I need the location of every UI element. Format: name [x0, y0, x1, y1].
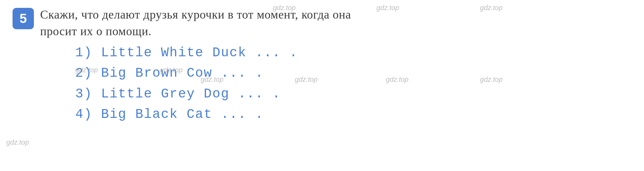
item-1-number: 1) — [75, 45, 101, 60]
watermark-10: gdz.top — [6, 138, 29, 146]
item-1-text: Little White Duck ... . — [101, 45, 298, 60]
watermark-1: gdz.top — [273, 4, 295, 12]
item-3-text: Little Grey Dog ... . — [101, 86, 281, 102]
watermark-8: gdz.top — [386, 75, 408, 84]
item-4-text: Big Black Cat ... . — [101, 107, 264, 122]
instruction-line2: просит их о помощи. — [40, 25, 152, 38]
items-list: 1) Little White Duck ... . 2) Big Brown … — [75, 43, 631, 124]
list-item: 1) Little White Duck ... . — [75, 43, 631, 63]
item-3-number: 3) — [75, 86, 101, 102]
item-4-number: 4) — [75, 107, 101, 122]
task-number-badge: 5 — [13, 8, 34, 29]
instruction-line1: Скажи, что делают друзья курочки в тот м… — [40, 8, 351, 21]
watermark-6: gdz.top — [201, 75, 223, 84]
list-item: 3) Little Grey Dog ... . — [75, 84, 631, 104]
list-item: 4) Big Black Cat ... . — [75, 104, 631, 125]
page-container: gdz.top gdz.top gdz.top gdz.top gdz.top … — [0, 0, 644, 171]
watermark-4: gdz.top — [75, 66, 98, 74]
watermark-2: gdz.top — [376, 4, 399, 12]
watermark-9: gdz.top — [480, 75, 503, 84]
watermark-5: gdz.top — [160, 66, 183, 74]
watermark-3: gdz.top — [480, 4, 503, 12]
task-instruction: Скажи, что делают друзья курочки в тот м… — [40, 6, 351, 40]
task-row: 5 Скажи, что делают друзья курочки в тот… — [13, 6, 631, 40]
watermark-7: gdz.top — [295, 75, 317, 84]
list-item: 2) Big Brown Cow ... . — [75, 63, 631, 84]
